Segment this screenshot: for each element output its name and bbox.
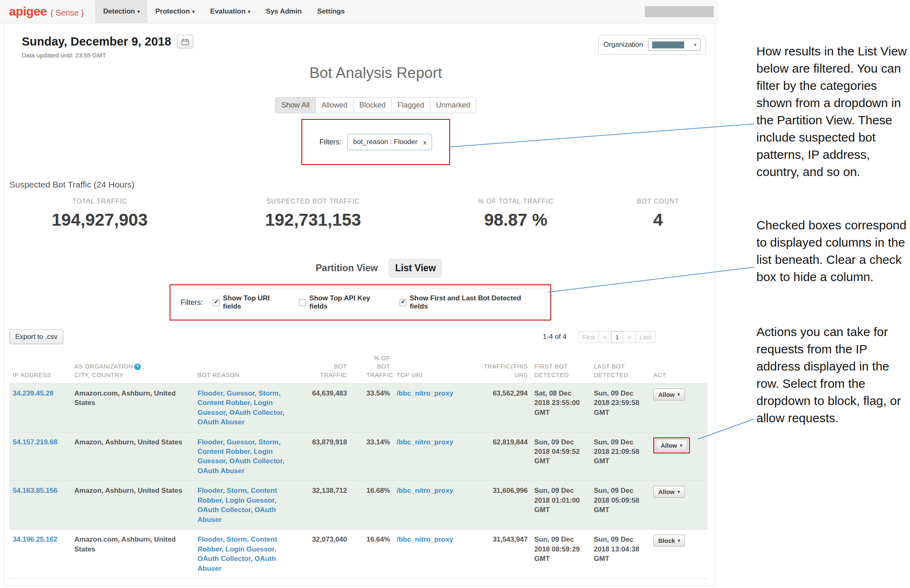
tab-flagged[interactable]: Flagged	[391, 97, 430, 113]
col-pct-bot-traffic: % OF BOT TRAFFIC	[350, 350, 393, 383]
apigee-sense-app: apigee { Sense } Detection ▾ Protection …	[0, 0, 719, 586]
data-updated-note: Data updated until: 23:55 GMT	[22, 52, 193, 59]
view-switcher: Partition View List View	[37, 259, 715, 278]
ip-address-link[interactable]: 54.157.219.68	[13, 438, 57, 446]
col-bot-traffic: BOT TRAFFIC	[289, 350, 350, 383]
sense-product-name: { Sense }	[51, 8, 84, 18]
top-uri-link[interactable]: /bbc_nitro_proxy	[397, 438, 453, 446]
col-top-uri: TOP URI	[393, 350, 465, 383]
nav-item-sys-admin[interactable]: Sys Admin	[258, 0, 309, 23]
summary-section-title: Suspected Bot Traffic (24 Hours)	[9, 180, 715, 190]
filter-tag-text: bot_reason : Flooder	[353, 138, 418, 146]
action-dropdown[interactable]: Allow▾	[653, 389, 685, 400]
bot-traffic-cell: 63,879,918	[289, 432, 350, 481]
as-organization-cell: Amazon.com, Ashburn, United States	[71, 383, 194, 432]
export-csv-button[interactable]: Export to .csv	[9, 329, 63, 344]
pagination-prev[interactable]: <	[599, 331, 611, 343]
first-bot-detected-cell: Sun, 09 Dec 2018 04:59:52 GMT	[531, 432, 591, 481]
bot-reason-links[interactable]: Flooder, Guessor, Storm, Content Robber,…	[198, 389, 285, 426]
filter-tag[interactable]: bot_reason : Flooder x	[347, 134, 432, 150]
tab-blocked[interactable]: Blocked	[353, 97, 392, 113]
page-title: Bot Analysis Report	[37, 64, 715, 82]
filter-option-top-api-key-fields[interactable]: Show Top API Key fields	[299, 294, 389, 311]
ip-address-link[interactable]: 54.163.85.156	[13, 487, 57, 494]
action-label: Allow	[658, 488, 675, 495]
bot-reason-links[interactable]: Flooder, Guessor, Storm, Content Robber,…	[198, 438, 285, 475]
table-row: 34.239.45.28 Amazon.com, Ashburn, United…	[9, 383, 708, 432]
metric-label: BOT COUNT	[601, 198, 715, 205]
table-row: 54.163.85.156 Amazon, Ashburn, United St…	[9, 481, 708, 530]
nav-item-detection[interactable]: Detection ▾	[95, 0, 147, 23]
checkbox[interactable]	[213, 299, 220, 306]
tab-allowed[interactable]: Allowed	[315, 97, 354, 113]
nav-item-label: Detection	[103, 7, 135, 16]
metric-value: 192,731,153	[196, 210, 431, 230]
filter-option-top-uri-fields[interactable]: Show Top URI fields	[213, 294, 289, 311]
last-bot-detected-cell: Sun, 09 Dec 2018 21:09:58 GMT	[591, 432, 650, 481]
pct-bot-traffic-cell: 33.54%	[350, 383, 393, 432]
annotation-note-report-filters: How results in the List View below are f…	[756, 43, 910, 181]
organization-label: Organization	[604, 41, 643, 49]
checkbox[interactable]	[400, 299, 407, 306]
ip-address-link[interactable]: 34.239.45.28	[13, 389, 53, 397]
pct-bot-traffic-cell: 33.14%	[350, 432, 393, 481]
pagination-next[interactable]: >	[623, 331, 636, 343]
nav-item-protection[interactable]: Protection ▾	[147, 0, 202, 23]
metric-label: TOTAL TRAFFIC	[4, 198, 196, 205]
annotation-note-column-checkboxes: Checked boxes correspond to displayed co…	[756, 217, 910, 286]
tab-list-view[interactable]: List View	[388, 259, 442, 278]
page-header: Sunday, December 9, 2018 Data updated un…	[4, 23, 715, 59]
table-row: 34.196.25.162 Amazon.com, Ashburn, Unite…	[9, 530, 708, 579]
brand[interactable]: apigee { Sense }	[0, 5, 95, 18]
traffic-this-uri-cell: 31,606,996	[465, 481, 531, 530]
filters-label: Filters:	[181, 298, 203, 307]
report-date: Sunday, December 9, 2018	[22, 35, 171, 48]
nav-item-settings[interactable]: Settings	[310, 0, 353, 23]
nav-item-label: Evaluation	[210, 7, 246, 16]
action-dropdown[interactable]: Allow▾	[656, 439, 687, 451]
pagination: 1-4 of 4 First < 1 > Last	[543, 331, 656, 343]
date-picker-button[interactable]	[177, 35, 193, 48]
apigee-logo: apigee	[9, 5, 47, 18]
table-row: 54.157.219.68 Amazon, Ashburn, United St…	[9, 432, 708, 481]
metric-value: 98.87 %	[430, 210, 601, 230]
pagination-page-1[interactable]: 1	[611, 331, 623, 343]
col-act: ACT	[650, 350, 708, 383]
tab-show-all[interactable]: Show All	[275, 97, 316, 113]
caret-down-icon: ▾	[678, 538, 680, 543]
help-icon[interactable]: ?	[134, 364, 141, 370]
pagination-first[interactable]: First	[578, 331, 599, 343]
checkbox-label: Show Top API Key fields	[309, 294, 390, 311]
redacted-organization-value	[652, 41, 684, 48]
filter-option-first-last-bot-detected-fields[interactable]: Show First and Last Bot Detected fields	[400, 294, 540, 311]
caret-down-icon: ▾	[678, 392, 680, 397]
calendar-icon	[182, 39, 189, 45]
as-organization-cell: Amazon.com, Ashburn, United States	[71, 530, 194, 579]
bot-reason-links[interactable]: Flooder, Storm, Content Robber, Login Gu…	[198, 535, 277, 572]
action-dropdown[interactable]: Allow▾	[653, 486, 685, 498]
date-block: Sunday, December 9, 2018 Data updated un…	[22, 35, 193, 59]
metric-label: % OF TOTAL TRAFFIC	[430, 198, 601, 205]
ip-address-link[interactable]: 34.196.25.162	[13, 535, 57, 543]
top-uri-link[interactable]: /bbc_nitro_proxy	[397, 535, 453, 543]
action-dropdown[interactable]: Block▾	[653, 535, 685, 547]
organization-dropdown[interactable]: ▾	[648, 39, 701, 51]
tab-unmarked[interactable]: Unmarked	[430, 97, 476, 113]
top-uri-link[interactable]: /bbc_nitro_proxy	[397, 389, 453, 397]
top-uri-link[interactable]: /bbc_nitro_proxy	[397, 487, 453, 494]
checkbox-label: Show First and Last Bot Detected fields	[410, 294, 540, 311]
last-bot-detected-cell: Sun, 09 Dec 2018 23:59:58 GMT	[591, 383, 650, 432]
pagination-last[interactable]: Last	[635, 331, 656, 343]
nav-item-evaluation[interactable]: Evaluation ▾	[202, 0, 258, 23]
checkbox[interactable]	[299, 299, 306, 306]
remove-filter-icon[interactable]: x	[423, 139, 427, 146]
bot-reason-links[interactable]: Flooder, Storm, Content Robber, Login Gu…	[198, 487, 277, 523]
metric-pct-total-traffic: % OF TOTAL TRAFFIC 98.87 %	[430, 198, 601, 230]
action-label: Allow	[658, 391, 675, 398]
caret-down-icon: ▾	[192, 9, 195, 14]
redacted-user-email	[645, 6, 714, 17]
last-bot-detected-cell: Sun, 09 Dec 2018 13:04:38 GMT	[591, 530, 650, 579]
metric-bot-count: BOT COUNT 4	[601, 198, 715, 230]
table-header-row: IP ADDRESS AS ORGANIZATION?,CITY, COUNTR…	[9, 350, 708, 383]
tab-partition-view[interactable]: Partition View	[309, 259, 385, 278]
